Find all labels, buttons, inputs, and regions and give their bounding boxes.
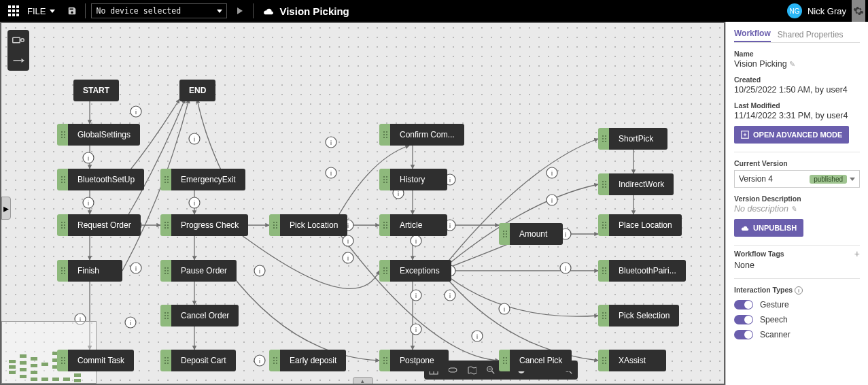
node-grip-icon[interactable] [57,260,68,282]
version-select[interactable]: Version 4 published [734,170,860,188]
tab-workflow[interactable]: Workflow [734,29,771,42]
node-label: GlobalSettings [68,124,140,146]
node-grip-icon[interactable] [499,223,510,245]
node-grip-icon[interactable] [598,350,609,371]
svg-text:i: i [449,177,451,184]
node-amount[interactable]: Amount [499,223,563,245]
save-icon[interactable] [65,3,80,18]
node-finish[interactable]: Finish [57,260,122,282]
node-except[interactable]: Exceptions [379,260,451,282]
node-label: Confirm Com... [390,124,464,146]
unpublish-button[interactable]: UNPUBLISH [734,219,803,237]
node-grip-icon[interactable] [160,305,171,327]
node-early[interactable]: Early deposit [269,350,346,371]
node-prog[interactable]: Progress Check [160,214,248,236]
zoom-out-icon[interactable] [481,361,500,380]
node-grip-icon[interactable] [379,214,390,236]
version-desc-label: Version Description [734,195,860,203]
node-article[interactable]: Article [379,214,447,236]
node-grip-icon[interactable] [499,350,510,371]
tool-connection-icon[interactable] [7,50,29,71]
node-label: Early deposit [280,350,346,371]
node-grip-icon[interactable] [269,350,280,371]
node-grip-icon[interactable] [57,214,68,236]
node-end[interactable]: END [179,80,215,101]
tab-shared-properties[interactable]: Shared Properties [778,30,844,42]
node-btpair[interactable]: BluetoothPairi... [598,260,686,282]
node-label: Progress Check [171,214,248,236]
divider [734,152,860,152]
tool-component-icon[interactable] [7,30,29,50]
node-grip-icon[interactable] [160,260,171,282]
node-grip-icon[interactable] [160,350,171,371]
gear-icon[interactable] [852,0,865,22]
canvas[interactable]: ▸ [0,22,725,385]
toggle-scanner[interactable] [734,330,753,339]
svg-rect-70 [449,368,457,372]
interaction-types-label: Interaction Types i [734,286,860,295]
node-postpone[interactable]: Postpone [379,350,449,371]
add-tag-icon[interactable]: + [854,248,860,259]
svg-text:i: i [259,268,260,275]
node-cancel[interactable]: Cancel Order [160,305,239,327]
node-grip-icon[interactable] [598,214,609,236]
node-grip-icon[interactable] [379,124,390,146]
page-title: Vision Picking [279,5,349,17]
info-icon[interactable]: i [795,286,803,295]
node-grip-icon[interactable] [57,169,68,190]
node-req[interactable]: Request Order [57,214,141,236]
current-version-label: Current Version [734,159,860,167]
toggle-speech[interactable] [734,315,753,324]
node-grip-icon[interactable] [269,214,280,236]
open-advanced-button[interactable]: OPEN ADVANCED MODE [734,126,849,144]
avatar[interactable]: NG [787,3,802,18]
node-confcom[interactable]: Confirm Com... [379,124,464,146]
node-grip-icon[interactable] [379,260,390,282]
play-icon[interactable] [232,3,247,18]
svg-text:i: i [135,109,137,116]
node-cancelp[interactable]: Cancel Pick [499,350,572,371]
node-grip-icon[interactable] [598,128,609,150]
node-indirect[interactable]: IndirectWork [598,173,674,195]
node-grip-icon[interactable] [598,173,609,195]
node-grip-icon[interactable] [598,305,609,327]
node-label: Finish [68,260,122,282]
edit-icon[interactable]: ✎ [789,60,795,68]
node-grip-icon[interactable] [160,169,171,190]
node-deposit[interactable]: Deposit Cart [160,350,236,371]
apps-icon[interactable] [8,5,19,16]
node-bt[interactable]: BluetoothSetUp [57,169,144,190]
node-label: ShortPick [609,128,667,150]
created-value: 10/25/2022 1:50 AM, by user4 [734,85,860,95]
node-grip-icon[interactable] [160,214,171,236]
node-label: Exceptions [390,260,451,282]
node-grip-icon[interactable] [379,350,390,371]
title-area: Vision Picking [263,5,349,17]
sidebar: Workflow Shared Properties Name Vision P… [725,22,868,385]
file-menu[interactable]: FILE [27,6,55,16]
node-grip-icon[interactable] [379,169,390,190]
node-grip-icon[interactable] [57,124,68,146]
bottom-expand-icon[interactable]: ▴ [353,377,373,385]
node-emex[interactable]: EmergencyExit [160,169,245,190]
node-start[interactable]: START [73,80,119,101]
node-commit[interactable]: Commit Task [57,350,134,371]
node-grip-icon[interactable] [57,350,68,371]
node-gset[interactable]: GlobalSettings [57,124,140,146]
user-area: NG Nick Gray [787,0,868,22]
node-pick[interactable]: Pick Location [269,214,347,236]
node-xassist[interactable]: XAssist [598,350,666,371]
toggle-gesture[interactable] [734,300,753,309]
divider [734,278,860,279]
node-place[interactable]: Place Location [598,214,682,236]
node-pause[interactable]: Pause Order [160,260,237,282]
node-short[interactable]: ShortPick [598,128,667,150]
node-label: Cancel Pick [510,350,572,371]
node-picksel[interactable]: Pick Selection [598,305,679,327]
node-history[interactable]: History [379,169,447,190]
map-icon[interactable] [462,361,481,380]
device-select[interactable]: No device selected [91,3,227,18]
edit-icon[interactable]: ✎ [791,205,797,213]
node-grip-icon[interactable] [598,260,609,282]
expand-panel-icon[interactable]: ▸ [1,197,11,220]
